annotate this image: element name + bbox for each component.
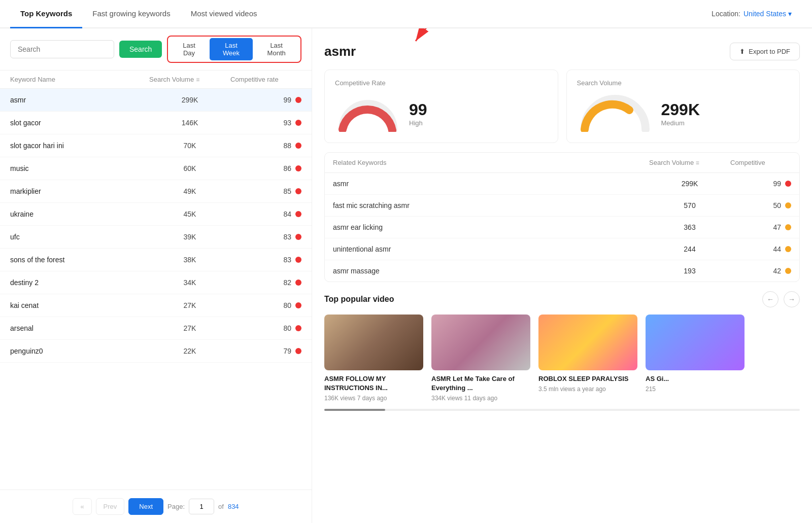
search-volume-value: 299K bbox=[661, 100, 700, 119]
competitive-cell: 86 bbox=[230, 164, 301, 172]
table-row[interactable]: ukraine 45K 84 bbox=[0, 203, 312, 226]
video-thumbnail bbox=[538, 315, 637, 370]
video-card[interactable]: ASMR FOLLOW MY INSTRUCTIONS IN... 136K v… bbox=[324, 315, 423, 402]
tab-fast-growing[interactable]: Fast growing keywords bbox=[82, 0, 180, 28]
table-row[interactable]: slot gacor 146K 93 bbox=[0, 112, 312, 134]
main-content: Search Last Day Last Week Last Month Key… bbox=[0, 28, 812, 523]
table-row[interactable]: markiplier 49K 85 bbox=[0, 180, 312, 203]
related-keyword-name: asmr massage bbox=[333, 267, 649, 275]
next-page-button[interactable]: Next bbox=[128, 498, 163, 515]
table-row[interactable]: ufc 39K 83 bbox=[0, 226, 312, 249]
video-title: ASMR Let Me Take Care of Everything ... bbox=[431, 374, 530, 393]
keyword-name: ufc bbox=[10, 233, 149, 241]
videos-header: Top popular video ← → bbox=[324, 291, 800, 307]
video-card[interactable]: AS Gi... 215 bbox=[646, 315, 745, 402]
search-volume-title: Search Volume bbox=[577, 79, 790, 87]
time-btn-last-week[interactable]: Last Week bbox=[210, 38, 253, 60]
tab-most-viewed[interactable]: Most viewed videos bbox=[181, 0, 267, 28]
competitive-dot bbox=[295, 211, 301, 217]
scroll-bar bbox=[324, 409, 800, 411]
related-keyword-row[interactable]: asmr 299K 99 bbox=[325, 173, 799, 195]
video-meta: 136K views 7 days ago bbox=[324, 395, 423, 402]
related-keyword-row[interactable]: asmr massage 193 42 bbox=[325, 260, 799, 282]
related-keywords-header: Related Keywords Search Volume ≡ Competi… bbox=[325, 153, 799, 173]
keyword-name: asmr bbox=[10, 96, 149, 104]
search-input[interactable] bbox=[10, 40, 114, 58]
related-volume: 244 bbox=[649, 245, 730, 253]
competitive-cell: 84 bbox=[230, 210, 301, 218]
popular-videos-section: Top popular video ← → ASMR FOLLOW MY INS… bbox=[324, 291, 800, 411]
time-btn-last-day[interactable]: Last Day bbox=[170, 38, 208, 60]
competitive-value: 93 bbox=[283, 119, 291, 127]
tab-top-keywords[interactable]: Top Keywords bbox=[10, 0, 82, 28]
videos-scroll: ASMR FOLLOW MY INSTRUCTIONS IN... 136K v… bbox=[324, 315, 800, 402]
search-volume-values: 299K Medium bbox=[661, 100, 700, 127]
scroll-indicator bbox=[324, 409, 385, 411]
related-competitive: 47 bbox=[730, 223, 791, 231]
competitive-value: 83 bbox=[283, 233, 291, 241]
competitive-value: 99 bbox=[283, 96, 291, 104]
related-competitive: 44 bbox=[730, 245, 791, 253]
keyword-name: sons of the forest bbox=[10, 256, 149, 264]
search-volume-cell: 70K bbox=[149, 142, 230, 150]
competitive-rate-title: Competitive Rate bbox=[335, 79, 548, 87]
first-page-button[interactable]: « bbox=[73, 498, 91, 515]
stats-cards: Competitive Rate 0 100 bbox=[324, 69, 800, 143]
related-col-competitive: Competitive bbox=[730, 159, 791, 166]
competitive-dot bbox=[295, 302, 301, 308]
search-volume-cell: 22K bbox=[149, 347, 230, 355]
table-row[interactable]: asmr 299K 99 bbox=[0, 89, 312, 112]
competitive-cell: 79 bbox=[230, 347, 301, 355]
search-button[interactable]: Search bbox=[119, 41, 162, 58]
competitive-rate-gauge: 0 100 99 High bbox=[335, 94, 548, 133]
table-row[interactable]: destiny 2 34K 82 bbox=[0, 271, 312, 294]
keyword-name: destiny 2 bbox=[10, 278, 149, 287]
time-btn-last-month[interactable]: Last Month bbox=[254, 38, 299, 60]
export-pdf-button[interactable]: ⬆ Export to PDF bbox=[730, 43, 800, 60]
search-area: Search Last Day Last Week Last Month bbox=[0, 28, 312, 71]
table-row[interactable]: penguinz0 22K 79 bbox=[0, 340, 312, 363]
pagination: « Prev Next Page: of 834 bbox=[0, 490, 312, 523]
prev-page-button[interactable]: Prev bbox=[96, 498, 125, 515]
competitive-dot bbox=[295, 97, 301, 103]
related-col-volume: Search Volume ≡ bbox=[649, 159, 730, 166]
search-volume-cell: 27K bbox=[149, 301, 230, 309]
competitive-rate-svg: 0 100 bbox=[335, 94, 401, 133]
competitive-cell: 83 bbox=[230, 233, 301, 241]
export-btn-label: Export to PDF bbox=[749, 48, 790, 55]
related-keyword-row[interactable]: fast mic scratching asmr 570 50 bbox=[325, 195, 799, 217]
page-input[interactable] bbox=[189, 499, 214, 514]
filter-icon[interactable]: ≡ bbox=[196, 76, 199, 83]
table-row[interactable]: arsenal 27K 80 bbox=[0, 317, 312, 340]
related-competitive-dot bbox=[785, 181, 791, 187]
video-card[interactable]: ASMR Let Me Take Care of Everything ... … bbox=[431, 315, 530, 402]
right-panel: asmr ⬆ Export to PDF Competitive Rate bbox=[312, 28, 812, 523]
related-keyword-name: asmr ear licking bbox=[333, 223, 649, 231]
competitive-dot bbox=[295, 143, 301, 149]
related-keyword-name: unintentional asmr bbox=[333, 245, 649, 253]
competitive-cell: 82 bbox=[230, 278, 301, 287]
competitive-rate-label: High bbox=[409, 119, 427, 127]
related-keyword-row[interactable]: unintentional asmr 244 44 bbox=[325, 238, 799, 260]
table-row[interactable]: music 60K 86 bbox=[0, 157, 312, 180]
search-volume-label: Medium bbox=[661, 119, 700, 127]
related-filter-icon[interactable]: ≡ bbox=[696, 159, 699, 166]
keyword-title-row: asmr ⬆ Export to PDF bbox=[324, 43, 800, 60]
competitive-cell: 80 bbox=[230, 324, 301, 332]
search-volume-cell: 60K bbox=[149, 164, 230, 172]
video-next-button[interactable]: → bbox=[784, 291, 800, 307]
related-competitive-dot bbox=[785, 268, 791, 274]
video-prev-button[interactable]: ← bbox=[762, 291, 779, 307]
related-keyword-row[interactable]: asmr ear licking 363 47 bbox=[325, 217, 799, 238]
location-area: Location: United States ▾ bbox=[701, 1, 802, 27]
video-card[interactable]: ROBLOX SLEEP PARALYSIS 3.5 mln views a y… bbox=[538, 315, 637, 402]
location-selector[interactable]: United States ▾ bbox=[743, 10, 792, 18]
col-search-volume: Search Volume ≡ bbox=[149, 76, 230, 83]
keyword-name: slot gacor hari ini bbox=[10, 142, 149, 150]
table-row[interactable]: kai cenat 27K 80 bbox=[0, 294, 312, 317]
competitive-rate-card: Competitive Rate 0 100 bbox=[324, 69, 558, 143]
video-thumbnail bbox=[646, 315, 745, 370]
table-row[interactable]: slot gacor hari ini 70K 88 bbox=[0, 134, 312, 157]
competitive-dot bbox=[295, 348, 301, 354]
table-row[interactable]: sons of the forest 38K 83 bbox=[0, 249, 312, 271]
